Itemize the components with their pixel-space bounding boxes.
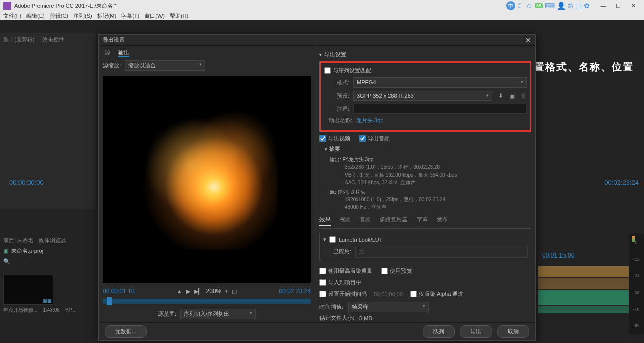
menu-title[interactable]: 字幕(T) bbox=[121, 12, 139, 20]
project-tab[interactable]: 项目: 未命名 bbox=[3, 237, 34, 244]
export-settings-dialog: 导出设置 ✕ 源 输出 源缩放: 缩放以适合▾ 00:00:01:10 bbox=[98, 34, 536, 341]
max-quality-checkbox[interactable]: 使用最高渲染质量 bbox=[319, 267, 372, 275]
menu-edit[interactable]: 编辑(E) bbox=[26, 12, 45, 20]
delete-preset-icon[interactable]: 🗑 bbox=[521, 92, 527, 99]
chevron-down-icon[interactable]: ▾ bbox=[319, 52, 322, 57]
time-interp-select[interactable]: 帧采样 bbox=[348, 302, 429, 312]
audio-track[interactable] bbox=[538, 290, 644, 305]
effect-controls-tab[interactable]: 效果控件 bbox=[42, 36, 64, 42]
video-track[interactable] bbox=[538, 266, 644, 277]
comment-label: 注释: bbox=[324, 105, 349, 113]
preview-content bbox=[136, 109, 277, 250]
menu-clip[interactable]: 剪辑(C) bbox=[50, 12, 68, 20]
tab-output[interactable]: 输出 bbox=[118, 49, 129, 57]
project-name: 未命名.prproj bbox=[11, 247, 43, 255]
meter-tick: -36 bbox=[633, 290, 639, 295]
scrub-handle[interactable] bbox=[107, 297, 112, 305]
maximize-button[interactable]: ☐ bbox=[611, 3, 626, 9]
tab-captions[interactable]: 字幕 bbox=[417, 216, 428, 226]
source-scale-label: 源缩放: bbox=[103, 62, 121, 69]
meter-tick: 0 bbox=[635, 240, 637, 245]
aspect-button[interactable]: ▢ bbox=[232, 288, 237, 295]
import-project-checkbox[interactable]: 导入到项目中 bbox=[319, 279, 531, 286]
preview-tc-in[interactable]: 00:00:01:10 bbox=[103, 288, 134, 295]
keyboard-icon[interactable]: ⌨ bbox=[545, 2, 555, 10]
play-button[interactable]: ▶ bbox=[186, 288, 190, 295]
dialog-close-button[interactable]: ✕ bbox=[525, 36, 531, 44]
meter-tick: -48 bbox=[633, 307, 639, 312]
project-panel: 项目: 未命名 媒体浏览器 ▣ 未命名.prproj 🔍 ▦▦ 年会开场视频..… bbox=[0, 234, 96, 334]
match-sequence-checkbox[interactable]: 与序列设置匹配 bbox=[324, 67, 527, 74]
workspace: 源：(无剪辑) 效果控件 00;00;00;00 00:02:23:24 项目:… bbox=[0, 20, 644, 343]
lumetri-enable-checkbox[interactable] bbox=[329, 236, 336, 243]
summary-header: 摘要 bbox=[329, 145, 340, 153]
tab-video[interactable]: 视频 bbox=[340, 216, 351, 226]
meter-tick: -12 bbox=[633, 256, 639, 262]
output-name-link[interactable]: 龙片头.3gp bbox=[356, 117, 383, 124]
metadata-button[interactable]: 元数据... bbox=[105, 325, 147, 338]
export-audio-checkbox[interactable]: 导出音频 bbox=[359, 135, 390, 142]
export-video-checkbox[interactable]: 导出视频 bbox=[319, 135, 350, 142]
save-preset-icon[interactable]: ⬇ bbox=[498, 92, 503, 99]
tab-audio[interactable]: 音频 bbox=[360, 216, 371, 226]
preset-label: 预设: bbox=[324, 92, 349, 100]
preset-select[interactable]: 3GPP 352 x 288 H.263 bbox=[353, 91, 492, 101]
import-preset-icon[interactable]: ▣ bbox=[509, 92, 515, 99]
search-icon[interactable]: 🔍 bbox=[3, 258, 93, 265]
next-frame-button[interactable]: ▶▎ bbox=[194, 288, 202, 295]
output-label: 输出: bbox=[330, 157, 341, 162]
close-button[interactable]: ✕ bbox=[626, 3, 641, 9]
menu-sequence[interactable]: 序列(S) bbox=[73, 12, 92, 20]
est-filesize-label: 估计文件大小: bbox=[319, 314, 354, 322]
minimize-button[interactable]: — bbox=[596, 3, 611, 9]
export-button[interactable]: 导出 bbox=[460, 325, 492, 338]
format-label: 格式: bbox=[324, 79, 349, 87]
dialog-titlebar: 导出设置 ✕ bbox=[99, 35, 535, 46]
source-range-label: 源范围: bbox=[158, 310, 176, 318]
ime-text[interactable]: 简 bbox=[568, 2, 573, 10]
tab-source[interactable]: 源 bbox=[105, 49, 110, 57]
format-select[interactable]: MPEG4 bbox=[353, 77, 527, 88]
app-icon bbox=[3, 2, 11, 10]
dialog-footer: 元数据... 队列 导出 取消 bbox=[99, 322, 535, 340]
meter-tick: -24 bbox=[633, 273, 639, 278]
cancel-button[interactable]: 取消 bbox=[497, 325, 529, 338]
menu-help[interactable]: 帮助(H) bbox=[170, 12, 188, 20]
user-icon[interactable]: 👤 bbox=[557, 2, 566, 10]
gear-icon[interactable]: ✿ bbox=[584, 2, 590, 10]
media-browser-tab[interactable]: 媒体浏览器 bbox=[39, 237, 66, 244]
menu-marker[interactable]: 标记(M) bbox=[97, 12, 117, 20]
comment-input[interactable] bbox=[353, 104, 527, 114]
tab-publish[interactable]: 发布 bbox=[437, 216, 448, 226]
queue-button[interactable]: 队列 bbox=[423, 325, 455, 338]
clip-name: 年会开场视频... bbox=[3, 307, 37, 313]
book-icon[interactable]: ▤ bbox=[575, 2, 582, 10]
menu-file[interactable]: 文件(F) bbox=[3, 12, 21, 20]
video-track[interactable] bbox=[538, 278, 644, 289]
prev-frame-button[interactable]: ▲ bbox=[177, 288, 182, 294]
menu-window[interactable]: 窗口(W) bbox=[144, 12, 165, 20]
source-range-select[interactable]: 序列切入/序列切出▾ bbox=[180, 309, 256, 319]
chevron-down-icon[interactable]: ▾ bbox=[323, 236, 326, 243]
lumetri-select[interactable]: 无 bbox=[355, 246, 528, 258]
clip-duration: 1:43:08 bbox=[43, 307, 59, 313]
audio-track[interactable] bbox=[538, 306, 644, 313]
tab-effects[interactable]: 效果 bbox=[319, 216, 331, 226]
tab-multiplexer[interactable]: 多路复用器 bbox=[380, 216, 408, 226]
preview-zoom[interactable]: 200% bbox=[206, 288, 222, 295]
use-preview-checkbox[interactable]: 使用预览 bbox=[381, 267, 412, 275]
alpha-only-checkbox[interactable]: 仅渲染 Alpha 通道 bbox=[410, 290, 463, 298]
moon-icon[interactable]: ☾ bbox=[517, 2, 524, 10]
preview-viewport[interactable] bbox=[103, 76, 311, 283]
chevron-down-icon[interactable]: ▾ bbox=[325, 147, 327, 152]
start-timecode-checkbox[interactable]: 设置开始时间码 bbox=[319, 290, 367, 298]
meter-tick: dB bbox=[633, 323, 639, 328]
highlighted-settings: 与序列设置匹配 格式: MPEG4 预设: 3GPP 352 x 288 H.2… bbox=[319, 61, 531, 132]
zoom-dropdown-icon[interactable]: ▾ bbox=[225, 289, 228, 294]
scrub-bar[interactable] bbox=[103, 299, 311, 304]
source-panel-tab[interactable]: 源：(无剪辑) bbox=[3, 36, 34, 42]
source-scale-select[interactable]: 缩放以适合▾ bbox=[125, 60, 205, 71]
ime-lang-icon[interactable]: 中 bbox=[506, 1, 515, 10]
emoji-icon[interactable]: ☺ bbox=[526, 2, 533, 10]
clip-thumbnail[interactable]: ▦▦ bbox=[3, 275, 53, 305]
